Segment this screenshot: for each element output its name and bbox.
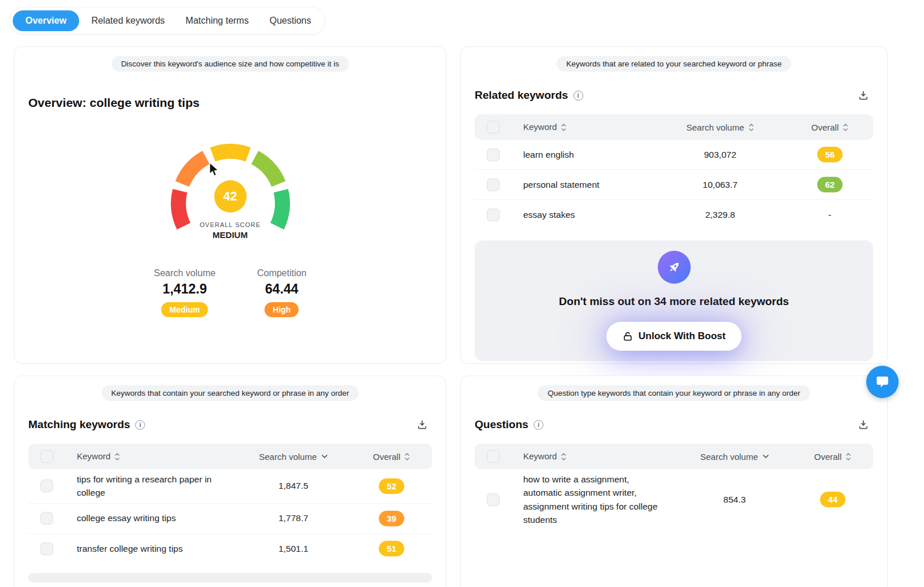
select-all-checkbox[interactable] xyxy=(487,121,500,133)
overall-score-badge: 44 xyxy=(820,492,845,507)
row-checkbox[interactable] xyxy=(487,148,500,161)
competition-badge: High xyxy=(264,302,299,317)
overall-score-badge: 52 xyxy=(379,478,404,494)
column-overall[interactable]: Overall xyxy=(787,122,873,132)
info-icon[interactable]: i xyxy=(534,420,543,430)
table-row: how to write a assignment, automatic ass… xyxy=(475,469,873,530)
download-button[interactable] xyxy=(854,86,873,105)
table-row: college essay writing tips 1,778.7 39 xyxy=(28,504,432,534)
boost-promo: Don't miss out on 34 more related keywor… xyxy=(475,240,873,361)
select-all-checkbox[interactable] xyxy=(40,450,53,463)
row-checkbox[interactable] xyxy=(40,480,53,492)
competition-value: 64.44 xyxy=(265,281,299,297)
sort-icon xyxy=(845,452,851,461)
search-volume-cell: 1,501.1 xyxy=(236,544,351,554)
overview-title: Overview: college writing tips xyxy=(28,96,432,110)
download-icon xyxy=(416,419,428,430)
table-row: learn english 903,072 56 xyxy=(475,140,873,170)
related-keywords-card: Keywords that are related to your search… xyxy=(460,46,888,364)
rocket-icon xyxy=(658,251,691,284)
search-volume-cell: 1,778.7 xyxy=(236,513,351,523)
keyword-cell: essay stakes xyxy=(512,208,654,221)
row-checkbox[interactable] xyxy=(40,512,53,525)
column-search-volume[interactable]: Search volume xyxy=(677,452,792,462)
search-volume-cell: 10,063.7 xyxy=(654,180,787,190)
table-header: Keyword Search volume Overall xyxy=(28,444,432,469)
questions-hint-pill: Question type keywords that contain your… xyxy=(538,385,810,401)
overview-card: Discover this keyword's audience size an… xyxy=(14,46,446,364)
sort-icon xyxy=(114,452,120,461)
column-search-volume[interactable]: Search volume xyxy=(236,452,351,462)
overall-score-badge: 39 xyxy=(379,511,404,526)
column-overall[interactable]: Overall xyxy=(792,452,873,462)
overall-score-label: OVERALL SCORE xyxy=(161,221,300,228)
sort-icon xyxy=(843,123,848,132)
sort-icon xyxy=(404,452,410,461)
tab-questions[interactable]: Questions xyxy=(261,10,320,31)
download-icon xyxy=(858,90,869,101)
matching-hint-pill: Keywords that contain your searched keyw… xyxy=(102,385,359,401)
overall-empty-value: - xyxy=(828,210,831,220)
search-volume-cell: 903,072 xyxy=(654,150,787,160)
table-row: essay stakes 2,329.8 - xyxy=(475,200,873,230)
overall-score-value: 42 xyxy=(214,180,247,213)
overall-score-badge: 56 xyxy=(817,147,843,162)
column-keyword[interactable]: Keyword xyxy=(512,450,677,463)
row-checkbox[interactable] xyxy=(487,209,500,221)
keyword-cell: tips for writing a research paper in col… xyxy=(65,473,236,500)
column-overall[interactable]: Overall xyxy=(351,452,432,462)
row-checkbox[interactable] xyxy=(487,179,500,191)
download-button[interactable] xyxy=(854,415,873,434)
lock-icon xyxy=(623,331,633,341)
related-hint-pill: Keywords that are related to your search… xyxy=(557,56,792,72)
info-icon[interactable]: i xyxy=(135,420,145,430)
unlock-with-boost-button[interactable]: Unlock With Boost xyxy=(606,322,742,351)
competition-stat: Competition 64.44 High xyxy=(257,268,306,317)
overall-score-badge: 51 xyxy=(379,541,404,556)
tab-overview[interactable]: Overview xyxy=(13,10,79,31)
keyword-cell: college essay writing tips xyxy=(65,511,236,525)
keyword-cell: personal statement xyxy=(512,178,654,191)
sort-icon xyxy=(561,452,567,461)
sort-icon xyxy=(748,123,754,132)
info-icon[interactable]: i xyxy=(573,91,583,101)
questions-card: Question type keywords that contain your… xyxy=(460,376,888,587)
overview-hint-pill: Discover this keyword's audience size an… xyxy=(111,56,349,72)
sort-desc-icon xyxy=(762,454,769,459)
keyword-cell: transfer college writing tips xyxy=(65,542,236,555)
table-header: Keyword Search volume Overall xyxy=(475,114,873,140)
column-search-volume[interactable]: Search volume xyxy=(654,122,787,132)
sort-icon xyxy=(561,123,567,132)
competition-label: Competition xyxy=(257,268,306,278)
download-icon xyxy=(858,419,869,430)
overall-score-level: MEDIUM xyxy=(161,230,300,240)
select-all-checkbox[interactable] xyxy=(487,450,500,463)
download-button[interactable] xyxy=(412,415,432,434)
promo-message: Don't miss out on 34 more related keywor… xyxy=(559,295,789,308)
tab-bar: Overview Related keywords Matching terms… xyxy=(9,7,325,35)
sort-desc-icon xyxy=(321,454,328,459)
tab-related-keywords[interactable]: Related keywords xyxy=(83,10,173,31)
row-checkbox[interactable] xyxy=(40,543,53,555)
column-keyword[interactable]: Keyword xyxy=(512,121,654,134)
score-gauge: 42 OVERALL SCORE MEDIUM xyxy=(161,134,300,243)
table-header: Keyword Search volume Overall xyxy=(475,444,873,469)
questions-card-title: Questions xyxy=(475,418,528,431)
overall-score-badge: 62 xyxy=(817,177,843,192)
search-volume-stat: Search volume 1,412.9 Medium xyxy=(154,268,215,317)
search-volume-cell: 854.3 xyxy=(677,495,792,505)
search-volume-value: 1,412.9 xyxy=(162,281,207,297)
chat-launcher-button[interactable] xyxy=(866,366,899,398)
table-row: transfer college writing tips 1,501.1 51 xyxy=(28,534,432,564)
row-checkbox[interactable] xyxy=(487,493,500,506)
search-volume-badge: Medium xyxy=(161,302,208,317)
chat-icon xyxy=(875,374,890,389)
tab-matching-terms[interactable]: Matching terms xyxy=(177,10,257,31)
partial-next-row xyxy=(28,573,432,582)
column-keyword[interactable]: Keyword xyxy=(65,450,236,463)
related-keywords-table: Keyword Search volume Overall learn engl… xyxy=(475,114,873,230)
keyword-cell: how to write a assignment, automatic ass… xyxy=(512,473,677,526)
matching-card-title: Matching keywords xyxy=(28,418,130,431)
keyword-cell: learn english xyxy=(512,148,654,161)
table-row: personal statement 10,063.7 62 xyxy=(475,170,873,200)
